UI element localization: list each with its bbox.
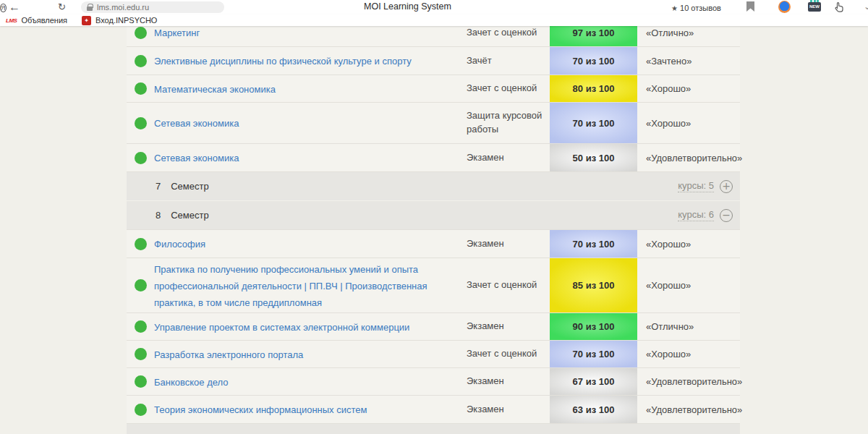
clipped-toolbar-icon[interactable]: ⌄ (864, 1, 868, 12)
score-cell: 80 из 100 (550, 75, 637, 102)
course-link[interactable]: Философия (154, 239, 205, 250)
assessment-type: Экзамен (467, 237, 550, 251)
assessment-type: Экзамен (467, 320, 550, 333)
profile-icon[interactable]: Я (0, 4, 7, 12)
status-dot-icon (135, 320, 147, 333)
grade-text: «Удовлетворительно» (637, 404, 742, 415)
assessment-type: Зачет с оценкой (467, 278, 550, 292)
status-dot-icon (135, 117, 147, 129)
course-link[interactable]: Управление проектом в системах электронн… (154, 322, 409, 333)
grade-text: «Хорошо» (637, 239, 740, 250)
collapse-minus-icon[interactable]: − (720, 209, 733, 222)
table-row: Разработка электронного портала Зачет с … (127, 340, 740, 367)
course-link[interactable]: Маркетинг (154, 27, 200, 38)
page-title: MOI Learning System (364, 1, 451, 12)
course-link[interactable]: Сетевая экономика (154, 153, 239, 163)
status-dot-icon (135, 82, 147, 95)
hand-pointer-icon[interactable] (833, 1, 845, 16)
table-row: Элективные дисциплины по физической куль… (127, 46, 740, 75)
table-row: Математическая экономика Зачет с оценкой… (127, 75, 740, 102)
table-row: Управление проектом в системах электронн… (127, 312, 740, 340)
score-cell: 70 из 100 (550, 47, 637, 75)
status-dot-icon (135, 152, 147, 164)
new-extension-icon[interactable]: NEW (808, 2, 821, 12)
status-cell (127, 144, 154, 171)
course-link[interactable]: Сетевая экономика (154, 118, 239, 129)
courses-count-link[interactable]: курсы: 6 (678, 209, 714, 221)
courses-count-link[interactable]: курсы: 5 (678, 180, 714, 192)
grade-text: «Хорошо» (637, 83, 740, 94)
status-cell (127, 368, 154, 395)
extension-icon[interactable] (778, 1, 791, 13)
table-row: Теория экономических информационных сист… (127, 395, 740, 423)
status-cell (127, 47, 154, 75)
assessment-type: Защита курсовой работы (467, 109, 550, 137)
grade-text: «Удовлетворительно» (637, 153, 742, 163)
status-cell (127, 313, 154, 340)
grade-text: «Удовлетворительно» (637, 376, 742, 387)
grade-text: «Хорошо» (637, 280, 740, 291)
bookmark-item-inpsycho[interactable]: ✦ Вход.INPSYCHO (82, 16, 157, 25)
assessment-type: Зачет с оценкой (467, 347, 550, 361)
status-dot-icon (135, 279, 147, 292)
assessment-type: Зачет с оценкой (467, 26, 550, 40)
semester-row-partial[interactable] (127, 423, 740, 434)
status-dot-icon (135, 404, 147, 416)
score-cell: 63 из 100 (550, 396, 637, 423)
grade-text: «Хорошо» (637, 118, 740, 129)
status-dot-icon (135, 27, 147, 39)
status-cell (127, 341, 154, 367)
semester-number: 7 (156, 181, 161, 192)
table-row: Практика по получению профессиональных у… (127, 258, 740, 312)
course-link[interactable]: Элективные дисциплины по физической куль… (154, 56, 412, 67)
bookmark-item-announcements[interactable]: LMS Объявления (6, 16, 67, 25)
refresh-icon[interactable]: ↻ (58, 1, 66, 14)
bookmark-flag-icon[interactable] (746, 1, 754, 12)
lock-icon (87, 7, 93, 11)
status-cell (127, 75, 154, 102)
page-content: Маркетинг Зачет с оценкой 97 из 100 «Отл… (0, 26, 868, 434)
assessment-type: Зачет с оценкой (467, 82, 550, 95)
bookmarks-bar: LMS Объявления ✦ Вход.INPSYCHO (0, 14, 868, 26)
status-dot-icon (135, 348, 147, 360)
grade-text: «Зачтено» (637, 56, 740, 67)
table-row: Банковское дело Экзамен 67 из 100 «Удовл… (127, 367, 740, 395)
table-row: Сетевая экономика Экзамен 50 из 100 «Удо… (127, 143, 740, 171)
course-link[interactable]: Теория экономических информационных сист… (154, 404, 367, 415)
assessment-type: Экзамен (467, 151, 550, 165)
back-icon[interactable]: ← (9, 1, 20, 14)
semester-label: Семестр (171, 181, 208, 192)
status-cell (127, 103, 154, 143)
assessment-type: Экзамен (467, 375, 550, 388)
bookmark-label: Вход.INPSYCHO (95, 16, 157, 25)
grade-text: «Отлично» (637, 27, 740, 38)
score-cell: 70 из 100 (550, 103, 637, 143)
semester-label: Семестр (171, 210, 208, 221)
assessment-type: Зачёт (467, 54, 550, 68)
status-dot-icon (135, 55, 147, 67)
score-cell: 90 из 100 (550, 313, 637, 340)
reviews-label: ★ 10 отзывов (671, 4, 721, 12)
grade-text: «Хорошо» (637, 349, 740, 359)
course-link[interactable]: Практика по получению профессиональных у… (154, 264, 427, 308)
course-link[interactable]: Разработка электронного портала (154, 349, 303, 360)
semester-row-7[interactable]: 7 Семестр курсы: 5 + (127, 171, 740, 200)
course-link[interactable]: Банковское дело (154, 377, 229, 388)
address-bar[interactable]: lms.moi.edu.ru (81, 1, 224, 13)
course-link[interactable]: Математическая экономика (154, 84, 276, 95)
semester-row-8[interactable]: 8 Семестр курсы: 6 − (127, 200, 740, 229)
url-text[interactable]: lms.moi.edu.ru (97, 3, 149, 12)
status-cell (127, 230, 154, 258)
browser-toolbar: ← Я ↻ lms.moi.edu.ru MOI Learning System… (0, 0, 868, 14)
star-icon: ★ (671, 4, 678, 12)
semester-number: 8 (156, 210, 161, 221)
score-cell: 67 из 100 (550, 368, 637, 395)
lms-favicon-icon: LMS (6, 17, 17, 24)
assessment-type: Экзамен (467, 403, 550, 417)
status-dot-icon (135, 375, 147, 388)
inpsycho-favicon-icon: ✦ (82, 16, 91, 25)
grade-text: «Отлично» (637, 321, 740, 332)
expand-plus-icon[interactable]: + (720, 180, 733, 193)
grades-table: Маркетинг Зачет с оценкой 97 из 100 «Отл… (127, 19, 740, 434)
bookmark-label: Объявления (21, 16, 67, 25)
